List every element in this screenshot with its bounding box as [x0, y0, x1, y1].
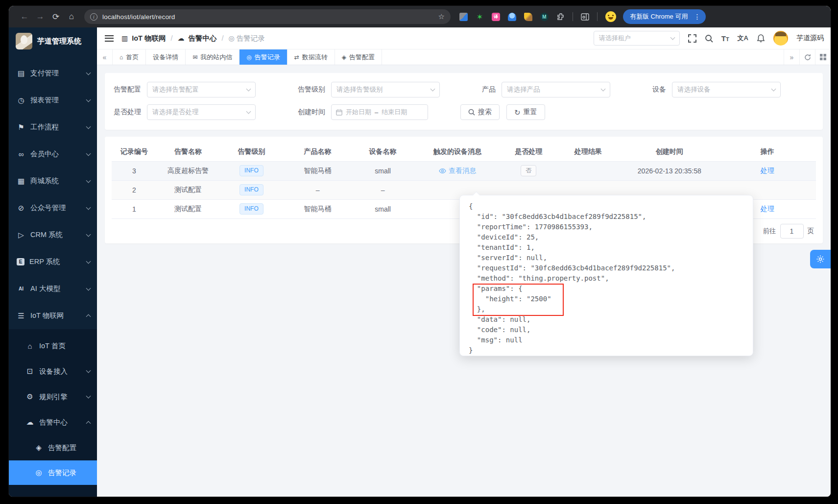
- side-panel-icon[interactable]: [581, 13, 589, 21]
- alert-record-icon: ◎: [246, 54, 251, 61]
- app-header: ▥ IoT 物联网 / ☁ 告警中心 / ◎ 告警记录 请选择租户: [97, 27, 831, 49]
- table-row: 3 高度超标告警 INFO 智能马桶 small 查看消息: [112, 161, 816, 180]
- crm-icon: ▷: [17, 231, 25, 240]
- scroll-tabs-right-icon[interactable]: »: [784, 49, 799, 65]
- address-bar[interactable]: i localhost/iot/alert/record ☆: [84, 9, 451, 24]
- chevron-down-icon: [246, 109, 251, 114]
- page-settings-gear-button[interactable]: [810, 250, 831, 268]
- logo-row[interactable]: 芋道管理系统: [9, 27, 97, 55]
- browser-toolbar: ← → ⟳ ⌂ i localhost/iot/alert/record ☆ ✶…: [9, 6, 831, 27]
- font-size-icon[interactable]: TT: [721, 34, 729, 43]
- tab-alert-config[interactable]: ◈告警配置: [335, 49, 382, 65]
- sidebar-item-iot-home[interactable]: ⌂ IoT 首页: [9, 333, 97, 359]
- chrome-update-text: 有新版 Chrome 可用: [630, 12, 688, 21]
- screen: ← → ⟳ ⌂ i localhost/iot/alert/record ☆ ✶…: [0, 0, 838, 504]
- sidebar-item-payment[interactable]: ▤ 支付管理: [9, 60, 97, 87]
- user-avatar[interactable]: [773, 31, 788, 46]
- chevron-down-icon: [670, 35, 675, 40]
- rule-engine-icon: ⚙: [25, 392, 34, 401]
- breadcrumb-item-iot[interactable]: IoT 物联网: [132, 34, 166, 43]
- sidebar-item-alert-config[interactable]: ◈ 告警配置: [9, 435, 97, 460]
- tabs: ⌂首页 设备详情 ✉我的站内信 ◎告警记录 ⇄数据流转 ◈告警配置: [113, 49, 382, 65]
- sidebar-item-mall[interactable]: ▦ 商城系统: [9, 168, 97, 194]
- sidebar-item-rule-engine[interactable]: ⚙ 规则引擎: [9, 384, 97, 409]
- chrome-update-chip[interactable]: 有新版 Chrome 可用 ⋮: [623, 9, 706, 24]
- handle-action-link[interactable]: 处理: [761, 205, 774, 213]
- extension-star-icon[interactable]: ✶: [476, 13, 484, 21]
- tab-home[interactable]: ⌂首页: [113, 49, 146, 65]
- alert-level-select[interactable]: 请选择告警级别: [331, 82, 440, 97]
- alert-config-select[interactable]: 请选择告警配置: [147, 82, 256, 97]
- col-handled: 是否处理: [501, 143, 556, 161]
- page-number-input[interactable]: [780, 224, 804, 239]
- home-icon[interactable]: ⌂: [64, 9, 79, 24]
- eye-icon: [439, 168, 446, 174]
- member-icon: ∞: [17, 150, 25, 158]
- view-message-link[interactable]: 查看消息: [439, 167, 476, 175]
- breadcrumb-separator: /: [170, 34, 174, 42]
- chevron-down-icon: [86, 70, 91, 75]
- sidebar-item-workflow[interactable]: ⚑ 工作流程: [9, 114, 97, 141]
- search-button[interactable]: 搜索: [460, 104, 500, 120]
- site-info-icon[interactable]: i: [90, 13, 97, 21]
- reload-icon[interactable]: ⟳: [48, 9, 64, 24]
- sidebar: 芋道管理系统 ▤ 支付管理 ◷ 报表管理 ⚑ 工作流程: [9, 27, 97, 497]
- handled-select[interactable]: 请选择是否处理: [147, 104, 256, 120]
- device-select[interactable]: 请选择设备: [672, 82, 781, 97]
- sidebar-item-member[interactable]: ∞ 会员中心: [9, 141, 97, 168]
- reset-button[interactable]: ↻ 重置: [506, 104, 545, 120]
- forward-icon[interactable]: →: [32, 9, 48, 24]
- profile-avatar[interactable]: [605, 11, 616, 22]
- breadcrumb-separator: /: [221, 34, 225, 42]
- sidebar-item-erp[interactable]: E ERP 系统: [9, 248, 97, 275]
- extension-grid-icon[interactable]: [459, 13, 468, 21]
- language-icon[interactable]: 文A: [738, 34, 748, 43]
- tab-data-flow[interactable]: ⇄数据流转: [287, 49, 335, 65]
- erp-icon: E: [17, 258, 24, 265]
- ai-icon: AI: [17, 286, 25, 291]
- handled-badge: 否: [521, 165, 536, 176]
- product-select[interactable]: 请选择产品: [502, 82, 610, 97]
- extension-broom-icon[interactable]: [524, 13, 532, 21]
- extensions-puzzle-icon[interactable]: [556, 13, 565, 21]
- sidebar-item-ai[interactable]: AI AI 大模型: [9, 275, 97, 302]
- bookmark-star-icon[interactable]: ☆: [438, 12, 445, 21]
- sidebar-item-device-access[interactable]: ⊡ 设备接入: [9, 359, 97, 384]
- url-text: localhost/iot/alert/record: [102, 13, 175, 21]
- sidebar-item-alert-center[interactable]: ☁ 告警中心: [9, 409, 97, 435]
- browser-menu-icon[interactable]: ⋮: [692, 13, 703, 21]
- sidebar-item-alert-record[interactable]: ◎ 告警记录: [9, 460, 97, 485]
- extension-m-icon[interactable]: M: [540, 13, 549, 21]
- handle-action-link[interactable]: 处理: [761, 167, 774, 174]
- refresh-page-icon[interactable]: [799, 49, 815, 65]
- chevron-down-icon: [86, 97, 91, 102]
- sidebar-item-report[interactable]: ◷ 报表管理: [9, 87, 97, 114]
- tenant-select[interactable]: 请选择租户: [594, 31, 680, 46]
- alert-record-breadcrumb-icon: ◎: [229, 34, 235, 42]
- sidebar-item-official-account[interactable]: ⊘ 公众号管理: [9, 194, 97, 221]
- tab-device-detail[interactable]: 设备详情: [146, 49, 186, 65]
- divider: [597, 12, 598, 21]
- create-time-label: 创建时间: [298, 108, 325, 117]
- device-label: 设备: [652, 85, 666, 94]
- breadcrumb-item-alert-record: ◎ 告警记录: [229, 34, 265, 43]
- tab-alert-record[interactable]: ◎告警记录: [239, 49, 287, 65]
- tab-my-messages[interactable]: ✉我的站内信: [186, 49, 239, 65]
- back-icon[interactable]: ←: [17, 9, 32, 24]
- create-time-range-picker[interactable]: 开始日期 – 结束日期: [331, 104, 428, 120]
- scroll-tabs-left-icon[interactable]: «: [97, 49, 113, 65]
- layout-grid-icon[interactable]: [815, 49, 831, 65]
- extension-translate-icon[interactable]: 译: [492, 13, 500, 21]
- fullscreen-icon[interactable]: [688, 34, 696, 43]
- notification-bell-icon[interactable]: [757, 34, 765, 43]
- sidebar-item-crm[interactable]: ▷ CRM 系统: [9, 221, 97, 248]
- extensions-row: ✶ 译 M: [459, 11, 616, 22]
- extension-lamp-icon[interactable]: [508, 13, 516, 21]
- breadcrumb: ▥ IoT 物联网 / ☁ 告警中心 / ◎ 告警记录: [121, 34, 265, 43]
- sidebar-item-iot[interactable]: ☰ IoT 物联网: [9, 302, 97, 329]
- chevron-down-icon: [86, 368, 91, 373]
- collapse-menu-icon[interactable]: [105, 35, 114, 42]
- search-icon[interactable]: [705, 34, 713, 43]
- col-device-name: 设备名称: [352, 143, 414, 161]
- breadcrumb-item-alert-center[interactable]: 告警中心: [189, 34, 217, 43]
